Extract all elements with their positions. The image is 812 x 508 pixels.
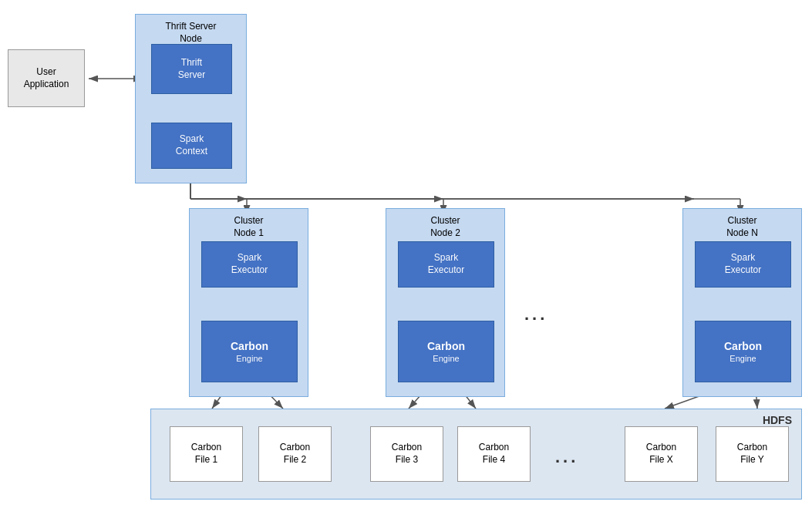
carbon-file-1-label: Carbon File 1 bbox=[191, 442, 221, 466]
carbon-engine-n-label: Carbon bbox=[724, 339, 762, 353]
carbon-engine-n-box: Carbon Engine bbox=[695, 321, 791, 382]
spark-context-box: Spark Context bbox=[151, 123, 232, 169]
thrift-server-box: Thrift Server bbox=[151, 44, 232, 94]
carbon-engine-1-label: Carbon bbox=[231, 339, 268, 353]
carbon-file-4-label: Carbon File 4 bbox=[479, 442, 509, 466]
carbon-engine-2-sublabel: Engine bbox=[433, 353, 459, 364]
cluster-node-2-box: Cluster Node 2 Spark Executor Carbon Eng… bbox=[386, 208, 505, 397]
carbon-file-1-box: Carbon File 1 bbox=[170, 426, 243, 482]
carbon-file-2-box: Carbon File 2 bbox=[258, 426, 332, 482]
carbon-file-y-label: Carbon File Y bbox=[737, 442, 767, 466]
carbon-engine-1-sublabel: Engine bbox=[236, 353, 262, 364]
carbon-engine-n-sublabel: Engine bbox=[729, 353, 756, 364]
carbon-engine-2-label: Carbon bbox=[427, 339, 465, 353]
carbon-file-y-box: Carbon File Y bbox=[716, 426, 789, 482]
spark-executor-n-label: Spark Executor bbox=[725, 252, 761, 276]
hdfs-label: HDFS bbox=[763, 413, 792, 427]
carbon-file-4-box: Carbon File 4 bbox=[457, 426, 531, 482]
cluster-node-1-box: Cluster Node 1 Spark Executor Carbon Eng… bbox=[189, 208, 308, 397]
spark-executor-1-label: Spark Executor bbox=[231, 252, 268, 276]
spark-executor-n-box: Spark Executor bbox=[695, 241, 791, 288]
thrift-server-node-box: Thrift Server Node Thrift Server Spark C… bbox=[135, 14, 247, 183]
spark-executor-2-box: Spark Executor bbox=[398, 241, 494, 288]
user-application-label: User Application bbox=[24, 66, 69, 90]
carbon-file-x-label: Carbon File X bbox=[646, 442, 676, 466]
carbon-file-2-label: Carbon File 2 bbox=[280, 442, 310, 466]
architecture-diagram: User Application Thrift Server Node Thri… bbox=[0, 0, 812, 508]
cluster-node-n-box: Cluster Node N Spark Executor Carbon Eng… bbox=[682, 208, 802, 397]
cluster-dots: ... bbox=[524, 304, 548, 325]
carbon-engine-2-box: Carbon Engine bbox=[398, 321, 494, 382]
carbon-file-x-box: Carbon File X bbox=[625, 426, 698, 482]
thrift-server-label: Thrift Server bbox=[178, 57, 205, 81]
carbon-file-3-label: Carbon File 3 bbox=[392, 442, 422, 466]
user-application-box: User Application bbox=[8, 49, 85, 107]
cluster-node-n-label: Cluster Node N bbox=[683, 215, 801, 239]
file-dots: ... bbox=[555, 447, 578, 467]
cluster-node-2-label: Cluster Node 2 bbox=[386, 215, 504, 239]
carbon-engine-1-box: Carbon Engine bbox=[201, 321, 298, 382]
thrift-server-node-label: Thrift Server Node bbox=[136, 21, 246, 45]
spark-executor-2-label: Spark Executor bbox=[428, 252, 464, 276]
spark-context-label: Spark Context bbox=[176, 133, 207, 157]
carbon-file-3-box: Carbon File 3 bbox=[370, 426, 443, 482]
spark-executor-1-box: Spark Executor bbox=[201, 241, 298, 288]
cluster-node-1-label: Cluster Node 1 bbox=[190, 215, 308, 239]
